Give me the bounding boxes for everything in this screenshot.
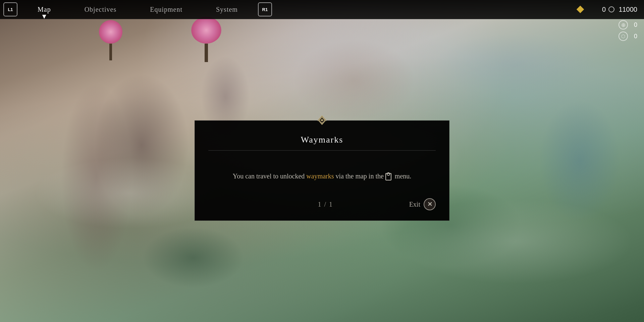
modal-content: You can travel to unlocked waymarks via … bbox=[195, 151, 449, 195]
tab-objectives[interactable]: Objectives bbox=[68, 0, 133, 19]
exit-icon: ✕ bbox=[424, 198, 436, 210]
r1-button[interactable]: R1 bbox=[258, 2, 272, 16]
currency-circle-icon bbox=[608, 6, 614, 12]
exit-button[interactable]: Exit ✕ bbox=[409, 198, 436, 210]
nav-tabs: Map Objectives Equipment System bbox=[21, 0, 255, 19]
modal-overlay: Waymarks You can travel to unlocked waym… bbox=[0, 19, 644, 322]
body-text-1: You can travel to unlocked bbox=[233, 172, 307, 180]
page-indicator: 1 / 1 bbox=[242, 201, 409, 208]
modal-title: Waymarks bbox=[195, 128, 449, 150]
modal-top-decoration bbox=[309, 115, 335, 128]
tab-equipment[interactable]: Equipment bbox=[133, 0, 199, 19]
body-text-3: menu. bbox=[393, 172, 411, 180]
waymarks-modal: Waymarks You can travel to unlocked waym… bbox=[195, 120, 449, 221]
diamond-icon bbox=[577, 6, 584, 13]
body-highlight: waymarks bbox=[306, 172, 334, 180]
modal-footer: 1 / 1 Exit ✕ bbox=[195, 195, 449, 214]
modal-deco-top bbox=[195, 115, 449, 128]
tab-system[interactable]: System bbox=[199, 0, 255, 19]
diamond-value: 0 bbox=[586, 6, 606, 13]
main-currency-value: 11000 bbox=[617, 6, 637, 13]
tab-map[interactable]: Map bbox=[21, 0, 68, 19]
currency-display: 0 11000 bbox=[578, 6, 637, 13]
body-text-2: via the map in the bbox=[334, 172, 384, 180]
modal-body-text: You can travel to unlocked waymarks via … bbox=[215, 171, 429, 181]
exit-label: Exit bbox=[409, 201, 420, 208]
system-menu-icon bbox=[385, 172, 392, 181]
l1-button[interactable]: L1 bbox=[3, 2, 17, 16]
top-navigation: L1 Map Objectives Equipment System R1 0 … bbox=[0, 0, 644, 19]
